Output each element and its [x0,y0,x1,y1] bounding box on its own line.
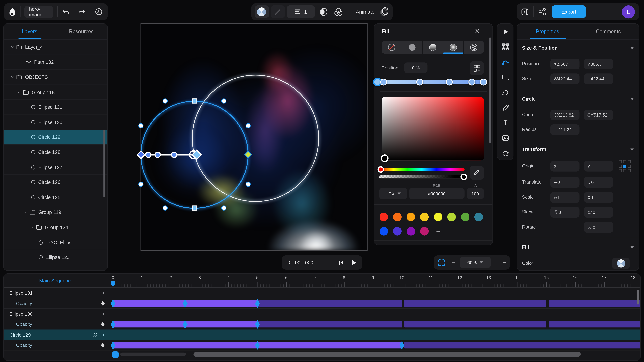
width-input[interactable]: W422.44 [550,73,580,84]
stroke-style-button[interactable] [270,5,285,18]
gradient-stop[interactable] [480,79,487,86]
play-button[interactable] [351,259,356,266]
layer-row[interactable]: Ellipse 130 [4,115,107,130]
frame-tool[interactable] [498,40,514,53]
sequence-header[interactable]: Main Sequence [4,274,109,288]
layer-row[interactable]: Path 132 [4,55,107,70]
image-tool[interactable] [498,131,514,144]
fill-type-solid[interactable] [402,40,422,54]
fill-type-radial-gradient[interactable] [443,40,463,54]
hue-handle[interactable] [378,166,384,173]
timeline-bar[interactable] [549,322,640,328]
collapse-section-button[interactable] [630,47,634,49]
swatch-color[interactable] [420,227,429,236]
gradient-stop[interactable] [416,79,424,86]
timeline-bar[interactable] [404,301,546,307]
layer-row[interactable]: ›OBJECTS [4,70,107,85]
timeline-bar[interactable] [404,322,546,328]
gradient-stops-grid-button[interactable] [470,61,484,75]
scale-x-input[interactable]: ↔1 [550,192,580,203]
swatch-color[interactable] [380,213,388,221]
undo-button[interactable] [61,7,70,16]
swatch-color[interactable] [393,213,402,221]
timeline-layer-row-selected[interactable]: Circle 129 › [4,330,640,340]
tab-resources[interactable]: Resources [56,24,107,39]
alpha-slider[interactable] [379,175,464,179]
tab-properties[interactable]: Properties [517,24,578,39]
position-x-input[interactable]: X2.607 [550,59,580,69]
scrollbar-thumb[interactable] [104,130,105,197]
alpha-value-input[interactable]: 100 [466,188,484,199]
layer-row[interactable]: ›Group 119 [4,205,107,220]
alpha-handle[interactable] [460,174,467,180]
position-y-input[interactable]: Y306.3 [584,59,613,69]
fit-to-screen-button[interactable] [438,259,445,266]
origin-anchor-grid[interactable] [618,160,631,172]
sv-cursor[interactable] [381,154,388,162]
saturation-value-picker[interactable] [382,97,484,161]
swatch-color[interactable] [461,213,470,221]
timeline-bar[interactable] [258,301,402,307]
layer-row[interactable]: ›Group 124 [4,220,107,235]
hex-value-input[interactable]: #000000 [409,188,464,199]
zoom-level-dropdown[interactable]: 60% [460,257,491,268]
stroke-width-control[interactable]: 1 [286,5,315,18]
gradient-stop[interactable] [468,79,475,86]
scrollbar-thumb[interactable] [489,37,491,143]
timeline-bar[interactable] [258,322,402,328]
tab-layers[interactable]: Layers [4,24,56,39]
close-icon[interactable] [475,28,480,34]
height-input[interactable]: H422.44 [584,73,613,84]
timeline-property-row[interactable]: Opacity [4,319,640,330]
collapse-section-button[interactable] [630,149,634,151]
export-button[interactable]: Export [552,5,586,18]
node-edit-tool-active[interactable] [498,55,514,68]
fill-type-none[interactable] [382,40,402,54]
history-button[interactable] [94,7,104,16]
swatch-color[interactable] [434,213,442,221]
loop-animation-tool[interactable] [498,146,514,160]
timeline-bar[interactable] [404,342,640,349]
collapse-section-button[interactable] [630,98,634,100]
swatch-color[interactable] [420,213,429,221]
swatch-color[interactable] [474,213,483,221]
swatch-color[interactable] [393,227,402,236]
text-tool[interactable]: T [498,116,514,129]
fill-type-texture[interactable] [464,40,484,54]
origin-x-input[interactable]: X [550,161,580,172]
center-cx-input[interactable]: CX213.82 [550,110,580,120]
color-channels-button[interactable] [333,7,344,16]
blend-mode-button[interactable] [319,7,328,16]
layer-row[interactable]: ›Layer_4 [4,40,107,55]
add-swatch-button[interactable]: + [434,228,442,235]
layer-row[interactable]: Ellipse 123 [4,250,107,265]
fill-color-swatch-button[interactable] [612,258,630,269]
gradient-stop[interactable] [380,79,388,86]
fill-type-linear-gradient[interactable] [422,40,443,54]
keyframe-toggle-icon[interactable] [101,343,105,348]
skew-y-input[interactable]: 0 [584,207,613,218]
toggle-panel-button[interactable] [521,7,529,16]
swatch-color[interactable] [380,227,388,236]
origin-y-input[interactable]: Y [584,161,613,172]
timeline-range-bar[interactable] [120,353,186,356]
hue-slider[interactable] [379,168,464,171]
app-logo-icon[interactable] [8,7,16,16]
timeline-layer-row[interactable]: Ellipse 130› [4,309,640,320]
time-minutes[interactable]: 0 [288,260,290,265]
gradient-stop[interactable] [446,79,453,86]
translate-x-input[interactable]: →0 [550,177,580,188]
color-format-dropdown[interactable]: HEX [379,188,407,199]
zoom-in-button[interactable]: + [502,259,506,266]
timeline-hscrollbar-thumb[interactable] [193,352,580,357]
layer-row[interactable]: Ellipse 127 [4,160,107,175]
rotate-input[interactable]: 0 [584,222,613,233]
collapse-section-button[interactable] [630,246,634,248]
timeline-layer-row[interactable]: Ellipse 131› [4,288,640,299]
swatch-color[interactable] [406,227,415,236]
layer-row[interactable]: ›Group 118 [4,85,107,100]
time-milliseconds[interactable]: 000 [305,260,313,265]
radius-input[interactable]: 211.22 [550,124,580,135]
pen-tool[interactable] [498,86,514,99]
keyframe-toggle-icon[interactable] [101,322,105,327]
